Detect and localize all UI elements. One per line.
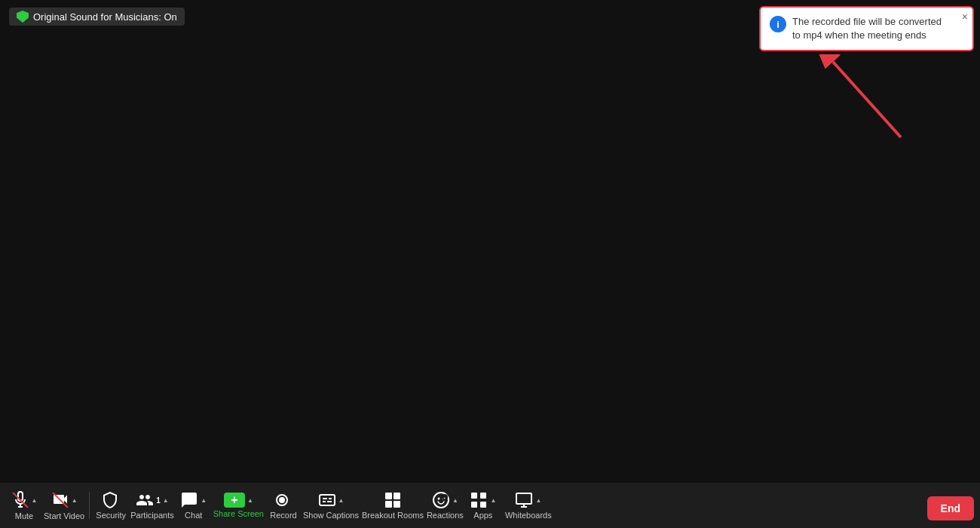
svg-rect-12: [394, 501, 400, 508]
sound-badge: Original Sound for Musicians: On: [9, 8, 185, 26]
apps-icon: [470, 491, 488, 509]
apps-chevron[interactable]: ▲: [490, 497, 496, 504]
mic-icon: [11, 490, 29, 510]
chat-label: Chat: [185, 511, 202, 520]
apps-label: Apps: [473, 511, 492, 520]
whiteboards-icon: [515, 491, 533, 509]
divider: [89, 492, 90, 519]
participants-button[interactable]: 1 ▲ Participants: [129, 488, 175, 523]
record-icon: [273, 491, 291, 509]
notification-text: The recorded file will be converted to m…: [792, 15, 951, 42]
reactions-button[interactable]: + ▲ Reactions: [425, 488, 465, 523]
show-captions-button[interactable]: ▲ Show Captions: [302, 488, 360, 523]
svg-rect-18: [471, 493, 477, 499]
mute-label: Mute: [15, 511, 33, 520]
share-screen-label: Share Screen: [213, 509, 264, 518]
reactions-chevron[interactable]: ▲: [452, 497, 458, 504]
svg-rect-9: [385, 493, 392, 499]
whiteboards-button[interactable]: ▲ Whiteboards: [501, 488, 556, 523]
video-chevron[interactable]: ▲: [72, 497, 78, 504]
svg-point-14: [437, 498, 439, 500]
security-icon: [101, 491, 119, 509]
breakout-rooms-button[interactable]: Breakout Rooms: [360, 488, 425, 523]
video-icon: [51, 490, 69, 510]
participants-label: Participants: [130, 511, 173, 520]
mute-button[interactable]: ▲ Mute: [6, 487, 42, 523]
captions-chevron[interactable]: ▲: [338, 497, 345, 504]
svg-rect-20: [471, 502, 477, 508]
whiteboards-chevron[interactable]: ▲: [535, 497, 541, 504]
participants-icon: [136, 491, 154, 509]
svg-point-3: [279, 497, 285, 503]
reactions-icon: +: [432, 491, 450, 509]
svg-text:+: +: [443, 496, 446, 500]
security-button[interactable]: Security: [93, 488, 129, 523]
apps-button[interactable]: ▲ Apps: [465, 488, 501, 523]
svg-rect-10: [394, 493, 400, 499]
captions-icon: [318, 491, 336, 509]
chat-icon: [180, 491, 198, 509]
chat-button[interactable]: ▲ Chat: [176, 488, 212, 523]
notification-popup: i The recorded file will be converted to…: [759, 6, 974, 51]
end-button[interactable]: End: [927, 496, 974, 520]
info-icon: i: [770, 16, 786, 32]
share-screen-icon: [224, 493, 245, 508]
captions-label: Show Captions: [303, 511, 359, 520]
svg-line-1: [833, 62, 901, 137]
share-screen-chevron[interactable]: ▲: [247, 497, 253, 504]
notification-close-button[interactable]: ×: [962, 11, 968, 23]
red-arrow: [818, 54, 916, 148]
record-button[interactable]: Record: [265, 488, 302, 523]
video-label: Start Video: [44, 511, 84, 520]
breakout-label: Breakout Rooms: [362, 511, 424, 520]
mute-chevron[interactable]: ▲: [32, 497, 38, 504]
reactions-label: Reactions: [427, 511, 464, 520]
participants-chevron[interactable]: ▲: [163, 497, 169, 504]
svg-rect-21: [480, 502, 486, 508]
record-label: Record: [270, 511, 296, 520]
participants-count: 1: [156, 496, 161, 505]
security-label: Security: [96, 511, 126, 520]
whiteboards-label: Whiteboards: [505, 511, 552, 520]
sound-badge-text: Original Sound for Musicians: On: [33, 11, 177, 23]
chat-chevron[interactable]: ▲: [201, 497, 207, 504]
share-screen-button[interactable]: ▲ Share Screen: [212, 490, 265, 521]
svg-rect-4: [320, 495, 335, 505]
toolbar: ▲ Mute ▲ Start Video Security: [0, 483, 980, 528]
shield-icon: [17, 11, 29, 23]
svg-rect-22: [516, 493, 531, 504]
svg-rect-19: [480, 493, 486, 499]
breakout-icon: [384, 491, 402, 509]
start-video-button[interactable]: ▲ Start Video: [42, 487, 86, 523]
svg-rect-11: [385, 501, 392, 508]
